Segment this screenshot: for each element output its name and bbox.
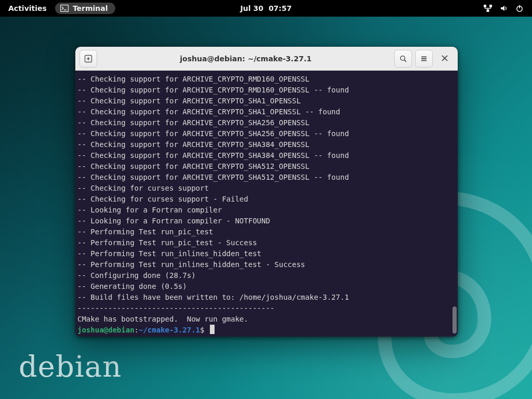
network-icon[interactable]: [483, 4, 493, 12]
terminal-output: -- Checking support for ARCHIVE_CRYPTO_R…: [77, 74, 456, 325]
activities-label: Activities: [8, 4, 47, 12]
hamburger-menu-button[interactable]: [415, 50, 433, 68]
activities-button[interactable]: Activities: [4, 2, 51, 15]
prompt-symbol: $: [200, 326, 204, 334]
terminal-window: joshua@debian: ~/cmake-3.27.1 -- Checkin…: [75, 47, 458, 337]
prompt-separator: :: [135, 326, 139, 334]
terminal-icon: [60, 5, 69, 12]
terminal-prompt-line: joshua@debian:~/cmake-3.27.1$: [77, 325, 456, 336]
svg-rect-3: [489, 5, 492, 7]
terminal-cursor: [210, 325, 215, 334]
search-icon: [399, 55, 407, 63]
topbar-right: [483, 4, 528, 12]
topbar-date: Jul 30: [241, 4, 263, 12]
gnome-top-bar: Activities Terminal Jul 30 07:57: [0, 0, 532, 17]
svg-rect-0: [60, 5, 68, 12]
topbar-left: Activities Terminal: [4, 2, 115, 15]
scrollbar-thumb[interactable]: [453, 307, 457, 334]
clock-area[interactable]: Jul 30 07:57: [241, 4, 292, 12]
close-button[interactable]: [436, 50, 454, 68]
svg-line-11: [404, 60, 406, 62]
prompt-path: ~/cmake-3.27.1: [139, 326, 200, 334]
close-icon: [441, 53, 448, 64]
new-tab-button[interactable]: [79, 50, 97, 68]
svg-rect-2: [484, 5, 486, 7]
svg-rect-4: [487, 9, 489, 12]
search-button[interactable]: [394, 50, 412, 68]
topbar-time: 07:57: [269, 4, 292, 12]
terminal-scrollbar[interactable]: [451, 71, 457, 337]
prompt-user: joshua@debian: [77, 326, 135, 334]
debian-wordmark: debian: [19, 350, 122, 383]
debian-wordmark-text: debian: [19, 350, 122, 383]
active-app-pill[interactable]: Terminal: [55, 3, 115, 14]
new-tab-icon: [84, 55, 92, 63]
hamburger-icon: [420, 55, 428, 63]
svg-point-10: [401, 56, 405, 60]
window-title: joshua@debian: ~/cmake-3.27.1: [100, 55, 391, 63]
terminal-body[interactable]: -- Checking support for ARCHIVE_CRYPTO_R…: [75, 71, 458, 337]
power-icon[interactable]: [515, 4, 524, 12]
active-app-name: Terminal: [73, 4, 108, 12]
volume-icon[interactable]: [500, 4, 508, 12]
window-titlebar[interactable]: joshua@debian: ~/cmake-3.27.1: [75, 47, 458, 71]
